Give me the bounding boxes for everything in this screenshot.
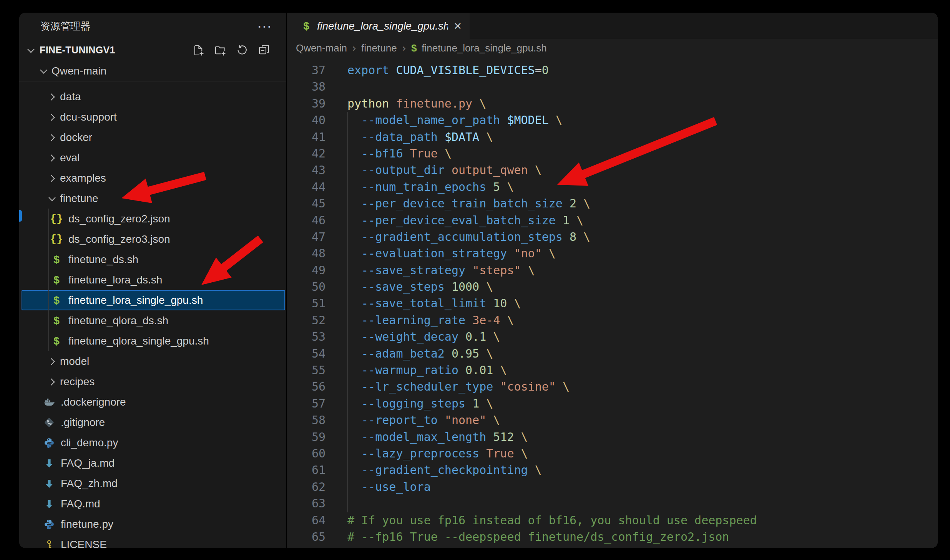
chevron-right-icon xyxy=(48,133,56,142)
more-actions-icon[interactable]: ⋯ xyxy=(257,19,272,33)
code-editor[interactable]: 37export CUDA_VISIBLE_DEVICES=03839pytho… xyxy=(287,57,938,548)
tree-file-finetune-lora-ds-sh[interactable]: $finetune_lora_ds.sh xyxy=(19,270,286,290)
chevron-right-icon xyxy=(48,93,56,101)
tree-file-license[interactable]: LICENSE xyxy=(19,534,286,548)
tree-folder-docker[interactable]: docker xyxy=(19,127,286,147)
shell-file-icon: $ xyxy=(51,335,62,347)
tree-item-label: FAQ.md xyxy=(61,498,100,510)
tree-file-finetune-py[interactable]: finetune.py xyxy=(19,514,286,534)
tree-file-finetune-qlora-ds-sh[interactable]: $finetune_qlora_ds.sh xyxy=(19,310,286,331)
tree-folder-recipes[interactable]: recipes xyxy=(19,371,286,392)
chevron-right-icon xyxy=(48,357,56,366)
line-number: 55 xyxy=(287,362,326,378)
line-number: 60 xyxy=(287,445,326,462)
tree-folder-eval[interactable]: eval xyxy=(19,147,286,168)
code-line-39: 39python finetune.py \ xyxy=(287,95,938,112)
line-number: 43 xyxy=(287,162,326,178)
shell-file-icon: $ xyxy=(51,254,62,265)
chevron-right-icon xyxy=(48,113,56,121)
line-number: 41 xyxy=(287,129,326,145)
code-line-38: 38 xyxy=(287,78,938,95)
code-line-37: 37export CUDA_VISIBLE_DEVICES=0 xyxy=(287,62,938,78)
tree-file-faq-ja-md[interactable]: FAQ_ja.md xyxy=(19,453,286,473)
tree-file-ds-config-zero2-json[interactable]: {}ds_config_zero2.json xyxy=(19,209,286,229)
tree-folder-model[interactable]: model xyxy=(19,351,286,371)
markdown-file-icon xyxy=(43,478,55,489)
tree-file-finetune-lora-single-gpu-sh[interactable]: $finetune_lora_single_gpu.sh xyxy=(19,290,286,310)
tab-label: finetune_lora_single_gpu.sh xyxy=(317,20,448,32)
code-line-56: 56 --lr_scheduler_type "cosine" \ xyxy=(287,378,938,395)
tree-folder-examples[interactable]: examples xyxy=(19,168,286,188)
breadcrumb-item[interactable]: finetune_lora_single_gpu.sh xyxy=(422,42,546,54)
code-line-53: 53 --weight_decay 0.1 \ xyxy=(287,328,938,345)
explorer-header: 资源管理器 ⋯ xyxy=(19,13,286,40)
line-number: 45 xyxy=(287,195,326,212)
tree-file-finetune-ds-sh[interactable]: $finetune_ds.sh xyxy=(19,249,286,270)
line-number: 58 xyxy=(287,412,326,428)
line-number: 50 xyxy=(287,278,326,295)
tree-file-finetune-qlora-single-gpu-sh[interactable]: $finetune_qlora_single_gpu.sh xyxy=(19,331,286,351)
breadcrumb-item[interactable]: Qwen-main xyxy=(296,42,347,54)
tree-item-label: LICENSE xyxy=(61,538,107,548)
tree-item-label: Qwen-main xyxy=(51,65,106,77)
chevron-down-icon xyxy=(48,194,56,203)
tree-item-label: ds_config_zero3.json xyxy=(68,233,170,245)
line-number: 46 xyxy=(287,212,326,229)
tree-item-label: examples xyxy=(60,172,106,184)
vscode-window: 资源管理器 ⋯ FINE-TUNINGV1 xyxy=(19,13,938,548)
tree-item-label: data xyxy=(60,91,81,103)
tree-file-cli-demo-py[interactable]: cli_demo.py xyxy=(19,432,286,453)
code-line-58: 58 --report_to "none" \ xyxy=(287,412,938,428)
tree-file-ds-config-zero3-json[interactable]: {}ds_config_zero3.json xyxy=(19,229,286,249)
collapse-all-icon[interactable] xyxy=(257,44,271,57)
python-file-icon xyxy=(43,437,55,449)
tree-item-label: finetune_lora_single_gpu.sh xyxy=(68,294,203,307)
line-number: 44 xyxy=(287,179,326,195)
tree-item-label: finetune.py xyxy=(61,518,113,530)
code-line-51: 51 --save_total_limit 10 \ xyxy=(287,295,938,311)
new-file-icon[interactable] xyxy=(192,44,205,57)
code-line-54: 54 --adam_beta2 0.95 \ xyxy=(287,345,938,362)
line-number: 42 xyxy=(287,145,326,162)
tree-file--gitignore[interactable]: .gitignore xyxy=(19,412,286,432)
tree-item-label: cli_demo.py xyxy=(61,437,118,449)
new-folder-icon[interactable] xyxy=(214,44,227,57)
code-line-65: 65# --fp16 True --deepspeed finetune/ds_… xyxy=(287,529,938,545)
tree-item-label: ds_config_zero2.json xyxy=(68,213,170,225)
line-number: 53 xyxy=(287,328,326,345)
tree-file-faq-md[interactable]: FAQ.md xyxy=(19,494,286,514)
tree-item-label: finetune_qlora_ds.sh xyxy=(68,315,168,327)
tree-file--dockerignore[interactable]: .dockerignore xyxy=(19,392,286,412)
code-line-40: 40 --model_name_or_path $MODEL \ xyxy=(287,112,938,128)
shell-file-icon: $ xyxy=(51,274,62,286)
close-icon[interactable]: ✕ xyxy=(453,20,462,32)
shell-file-icon: $ xyxy=(51,295,62,306)
tree-item-label: finetune xyxy=(60,192,98,205)
panel-title: 资源管理器 xyxy=(40,20,90,33)
line-number: 56 xyxy=(287,378,326,395)
tree-folder-qwen-main[interactable]: Qwen-main xyxy=(19,61,286,81)
shell-file-icon: $ xyxy=(411,42,417,54)
code-line-48: 48 --evaluation_strategy "no" \ xyxy=(287,245,938,262)
tree-file-faq-zh-md[interactable]: FAQ_zh.md xyxy=(19,473,286,494)
code-line-47: 47 --gradient_accumulation_steps 8 \ xyxy=(287,229,938,245)
code-line-62: 62 --use_lora xyxy=(287,479,938,495)
line-number: 49 xyxy=(287,262,326,278)
project-root-row[interactable]: FINE-TUNINGV1 xyxy=(19,40,286,61)
tab-finetune-lora-single-gpu[interactable]: $ finetune_lora_single_gpu.sh ✕ xyxy=(287,13,470,39)
chevron-down-icon xyxy=(27,46,35,55)
tree-folder-finetune[interactable]: finetune xyxy=(19,188,286,209)
tree-folder-dcu-support[interactable]: dcu-support xyxy=(19,107,286,127)
tree-item-label: docker xyxy=(60,131,92,144)
tree-folder-data[interactable]: data xyxy=(19,86,286,107)
code-line-63: 63 xyxy=(287,495,938,512)
line-number: 39 xyxy=(287,95,326,112)
line-number: 57 xyxy=(287,395,326,412)
line-number: 52 xyxy=(287,312,326,328)
tree-item-label: .dockerignore xyxy=(61,396,126,408)
json-file-icon: {} xyxy=(51,234,62,245)
refresh-icon[interactable] xyxy=(236,44,249,57)
breadcrumb-item[interactable]: finetune xyxy=(361,42,397,54)
code-line-64: 64# If you use fp16 instead of bf16, you… xyxy=(287,512,938,529)
line-number: 51 xyxy=(287,295,326,311)
